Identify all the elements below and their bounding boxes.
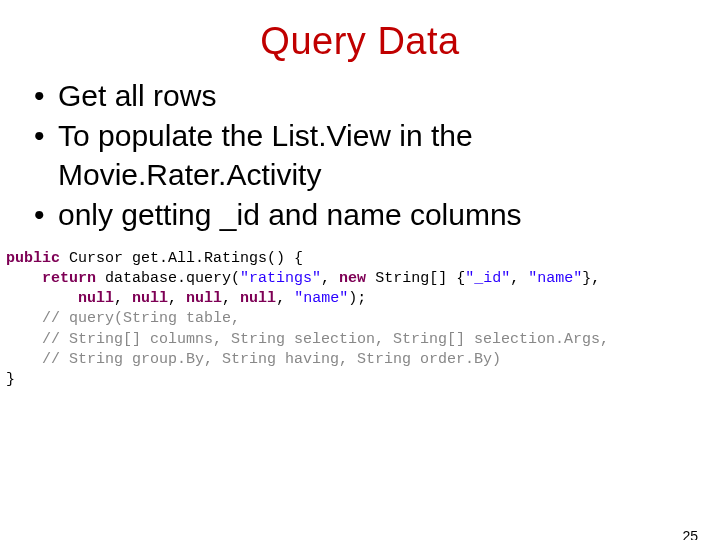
method-name: get.All.Ratings(): [132, 250, 285, 267]
bullet-item: Get all rows: [30, 77, 690, 115]
bullet-item: only getting _id and name columns: [30, 196, 690, 234]
type-string-array: String[]: [375, 270, 447, 287]
string-id: "_id": [465, 270, 510, 287]
string-name: "name": [528, 270, 582, 287]
code-block: public Cursor get.All.Ratings() { return…: [6, 249, 720, 391]
page-number: 25: [682, 528, 698, 540]
type-cursor: Cursor: [69, 250, 123, 267]
slide: Query Data Get all rows To populate the …: [0, 20, 720, 540]
keyword-new: new: [339, 270, 366, 287]
dot-query: .query(: [177, 270, 240, 287]
comment-line: // String[] columns, String selection, S…: [42, 331, 609, 348]
bullet-list: Get all rows To populate the List.View i…: [30, 77, 720, 235]
string-ratings: "ratings": [240, 270, 321, 287]
keyword-public: public: [6, 250, 60, 267]
brace-open: {: [285, 250, 303, 267]
bullet-item: To populate the List.View in the Movie.R…: [30, 117, 690, 194]
comma: ,: [321, 270, 339, 287]
comma: ,: [114, 290, 132, 307]
keyword-null: null: [240, 290, 276, 307]
keyword-return: return: [42, 270, 96, 287]
comment-line: // query(String table,: [42, 310, 240, 327]
close-paren: );: [348, 290, 366, 307]
array-close: },: [582, 270, 600, 287]
string-name-2: "name": [294, 290, 348, 307]
db-var: database: [105, 270, 177, 287]
comment-line: // String group.By, String having, Strin…: [42, 351, 501, 368]
slide-title: Query Data: [0, 20, 720, 63]
keyword-null: null: [186, 290, 222, 307]
comma: ,: [168, 290, 186, 307]
comma: ,: [510, 270, 528, 287]
array-open: {: [447, 270, 465, 287]
comma: ,: [222, 290, 240, 307]
brace-close: }: [6, 371, 15, 388]
comma: ,: [276, 290, 294, 307]
keyword-null: null: [78, 290, 114, 307]
keyword-null: null: [132, 290, 168, 307]
